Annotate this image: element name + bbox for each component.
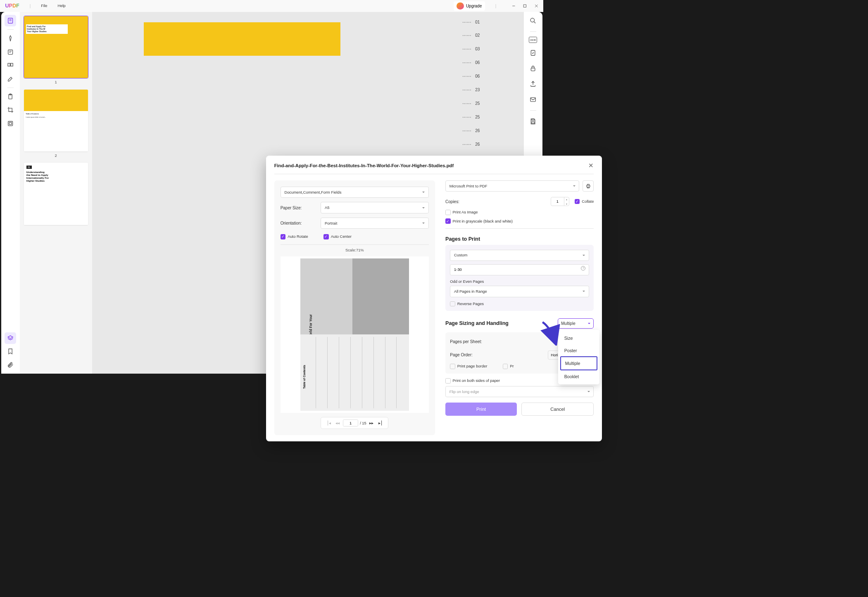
sizing-title: Page Sizing and Handling	[445, 320, 509, 326]
print-preview: Find and Apply For the Best Institutes I…	[281, 256, 429, 374]
print-border-checkbox[interactable]: Print page border	[450, 364, 487, 369]
page-range-input[interactable]	[450, 264, 543, 276]
copies-label: Copies:	[445, 199, 543, 204]
odd-even-select[interactable]: All Pages in Range	[450, 286, 543, 297]
range-mode-select[interactable]: Custom	[450, 250, 543, 261]
grayscale-checkbox[interactable]: Print in grayscale (black and white)	[445, 218, 543, 224]
auto-center-checkbox[interactable]: Auto Center	[323, 234, 352, 239]
orientation-select[interactable]: Portrait	[321, 218, 429, 229]
paper-size-select[interactable]: A5	[321, 202, 429, 213]
page-order-label: Page Order:	[450, 353, 543, 357]
auto-rotate-checkbox[interactable]: Auto Rotate	[281, 234, 308, 239]
pages-to-print-title: Pages to Print	[445, 236, 543, 242]
print-dialog: Find-and-Apply-For-the-Best-Institutes-I…	[266, 156, 544, 374]
print-as-image-checkbox[interactable]: Print As Image	[445, 210, 543, 215]
odd-even-label: Odd or Even Pages	[450, 280, 543, 284]
print-both-checkbox[interactable]: Pr	[503, 364, 514, 369]
elements-select[interactable]: Document,Comment,Form Fields	[281, 187, 429, 198]
paper-size-label: Paper Size:	[281, 206, 316, 210]
reverse-pages-checkbox[interactable]: Reverse Pages	[450, 301, 543, 307]
scale-label: Scale:71%	[281, 244, 429, 252]
dialog-title: Find-and-Apply-For-the-Best-Institutes-I…	[274, 163, 454, 168]
printer-select[interactable]: Microsoft Print to PDF	[445, 180, 543, 192]
pages-per-sheet-label: Pages per Sheet:	[450, 339, 543, 344]
orientation-label: Orientation:	[281, 221, 316, 225]
